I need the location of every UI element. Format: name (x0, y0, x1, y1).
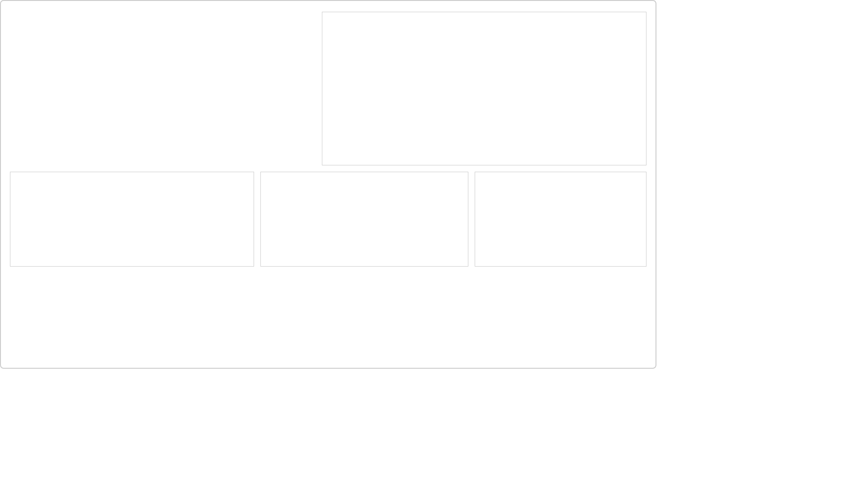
tasks-table (10, 12, 317, 165)
pending-chart (475, 172, 646, 267)
budget-chart (260, 172, 468, 267)
pie-chart (10, 172, 254, 267)
gantt-chart (322, 12, 646, 165)
